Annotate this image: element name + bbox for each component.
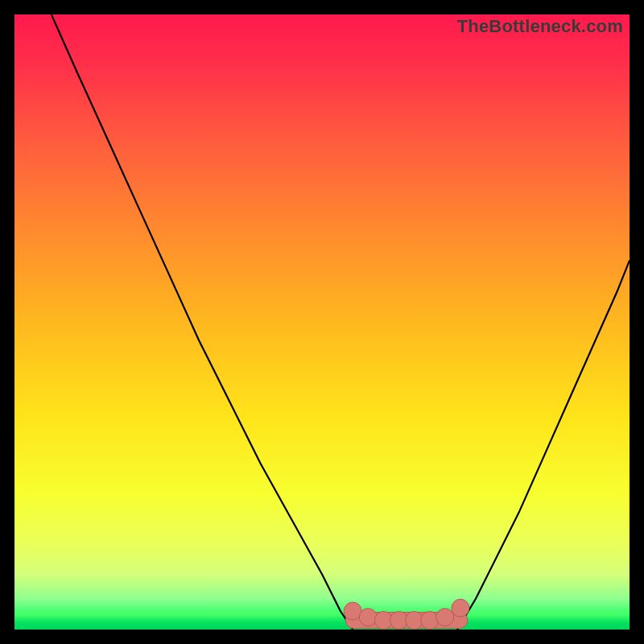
- left-branch-curve: [52, 14, 353, 630]
- curve-layer: [14, 14, 630, 630]
- marker-dot: [359, 609, 377, 626]
- marker-dot: [452, 599, 469, 617]
- chart-frame: { "watermark": "TheBottleneck.com", "col…: [0, 0, 644, 644]
- marker-dot: [421, 612, 439, 630]
- right-branch-curve: [457, 261, 630, 630]
- marker-dot: [436, 609, 454, 626]
- bottom-marker-row: [344, 599, 469, 629]
- plot-area: TheBottleneck.com: [14, 14, 630, 630]
